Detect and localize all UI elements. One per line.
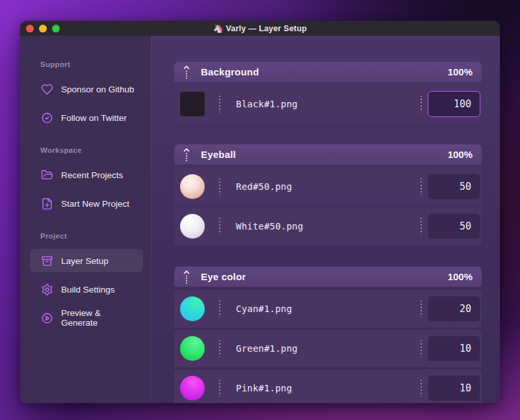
layer-weight-input[interactable] bbox=[428, 375, 480, 401]
layer-thumbnail bbox=[180, 214, 205, 239]
dotted-divider bbox=[421, 178, 422, 195]
layer-thumbnail bbox=[180, 336, 205, 361]
sidebar-item-build-settings[interactable]: Build Settings bbox=[30, 278, 143, 301]
layer-thumbnail bbox=[180, 376, 205, 400]
group-opacity: 100% bbox=[448, 66, 473, 77]
layer-row[interactable]: Green#1.png bbox=[174, 330, 482, 367]
layer-group-background: Background 100% Black#1.png bbox=[174, 62, 482, 123]
layer-row[interactable]: Pink#1.png bbox=[174, 369, 482, 403]
drag-handle-icon[interactable] bbox=[183, 270, 190, 284]
group-opacity: 100% bbox=[448, 271, 473, 282]
drag-handle-icon[interactable] bbox=[183, 148, 190, 162]
sidebar-item-label: Preview & Generate bbox=[61, 308, 136, 328]
layer-filename: Cyan#1.png bbox=[236, 304, 292, 314]
sidebar: Support Sponsor on Github Follow on Twit… bbox=[20, 36, 151, 403]
sidebar-section-workspace: Workspace bbox=[40, 146, 143, 154]
app-logo-icon: 🦄 bbox=[213, 24, 224, 33]
sidebar-item-start-new-project[interactable]: Start New Project bbox=[30, 192, 143, 215]
dotted-divider bbox=[219, 218, 220, 235]
archive-box-icon bbox=[40, 254, 53, 267]
badge-check-icon bbox=[40, 111, 53, 124]
layer-row[interactable]: Black#1.png bbox=[174, 85, 482, 123]
layer-filename: Pink#1.png bbox=[236, 383, 292, 393]
sidebar-section-support: Support bbox=[40, 60, 143, 68]
dotted-divider bbox=[219, 380, 220, 397]
play-circle-icon bbox=[40, 311, 53, 324]
group-name: Background bbox=[201, 66, 259, 77]
layer-row[interactable]: White#50.png bbox=[174, 207, 482, 245]
layer-thumbnail bbox=[180, 296, 205, 321]
dotted-divider bbox=[219, 340, 220, 357]
layer-weight-input[interactable] bbox=[428, 335, 480, 361]
sidebar-item-layer-setup[interactable]: Layer Setup bbox=[30, 249, 143, 272]
app-window: 🦄 Varly — Layer Setup Support Sponsor on… bbox=[20, 21, 500, 403]
layer-weight-input[interactable] bbox=[428, 296, 480, 322]
dotted-divider bbox=[219, 96, 220, 112]
window-title-text: Varly — Layer Setup bbox=[226, 24, 307, 33]
sidebar-item-recent-projects[interactable]: Recent Projects bbox=[30, 163, 143, 187]
layer-filename: Red#50.png bbox=[236, 181, 292, 192]
layer-row[interactable]: Cyan#1.png bbox=[174, 290, 482, 328]
group-name: Eyeball bbox=[201, 149, 236, 160]
dotted-divider bbox=[421, 96, 422, 112]
dotted-divider bbox=[421, 340, 422, 357]
sidebar-item-sponsor-github[interactable]: Sponsor on Github bbox=[30, 77, 143, 101]
sidebar-item-label: Build Settings bbox=[61, 285, 115, 295]
sidebar-item-label: Start New Project bbox=[61, 199, 129, 209]
window-title: 🦄 Varly — Layer Setup bbox=[20, 23, 500, 33]
sidebar-item-label: Recent Projects bbox=[61, 170, 123, 180]
layer-group-header[interactable]: Eye color 100% bbox=[174, 267, 482, 287]
file-plus-icon bbox=[40, 197, 53, 210]
dotted-divider bbox=[421, 300, 422, 317]
sidebar-item-label: Follow on Twitter bbox=[61, 113, 127, 123]
layer-group-eyeball: Eyeball 100% Red#50.png White#50.png bbox=[174, 144, 482, 245]
layer-thumbnail bbox=[180, 92, 205, 116]
layer-group-eye-color: Eye color 100% Cyan#1.png Green#1.png bbox=[174, 267, 482, 403]
titlebar: 🦄 Varly — Layer Setup bbox=[20, 21, 500, 36]
layer-filename: Black#1.png bbox=[236, 99, 298, 109]
layer-setup-panel: Background 100% Black#1.png Eyeball 100% bbox=[151, 36, 500, 403]
layer-weight-input[interactable] bbox=[428, 174, 480, 200]
layer-filename: Green#1.png bbox=[236, 343, 298, 354]
group-opacity: 100% bbox=[448, 149, 473, 160]
dotted-divider bbox=[421, 380, 422, 397]
gear-icon bbox=[40, 283, 53, 296]
dotted-divider bbox=[421, 218, 422, 235]
folder-open-icon bbox=[40, 168, 53, 181]
layer-group-header[interactable]: Background 100% bbox=[174, 62, 482, 82]
sidebar-item-preview-generate[interactable]: Preview & Generate bbox=[30, 306, 143, 330]
sidebar-item-follow-twitter[interactable]: Follow on Twitter bbox=[30, 106, 143, 129]
group-name: Eye color bbox=[201, 271, 246, 282]
dotted-divider bbox=[219, 300, 220, 317]
layer-weight-input[interactable] bbox=[428, 213, 480, 239]
dotted-divider bbox=[219, 178, 220, 195]
layer-thumbnail bbox=[180, 174, 205, 199]
heart-icon bbox=[40, 83, 53, 96]
sidebar-item-label: Sponsor on Github bbox=[61, 85, 135, 94]
sidebar-item-label: Layer Setup bbox=[61, 256, 109, 266]
layer-group-header[interactable]: Eyeball 100% bbox=[174, 144, 482, 164]
drag-handle-icon[interactable] bbox=[183, 65, 190, 79]
layer-filename: White#50.png bbox=[236, 221, 304, 231]
sidebar-section-project: Project bbox=[40, 232, 143, 240]
layer-row[interactable]: Red#50.png bbox=[174, 168, 482, 205]
layer-weight-input[interactable] bbox=[428, 91, 480, 117]
